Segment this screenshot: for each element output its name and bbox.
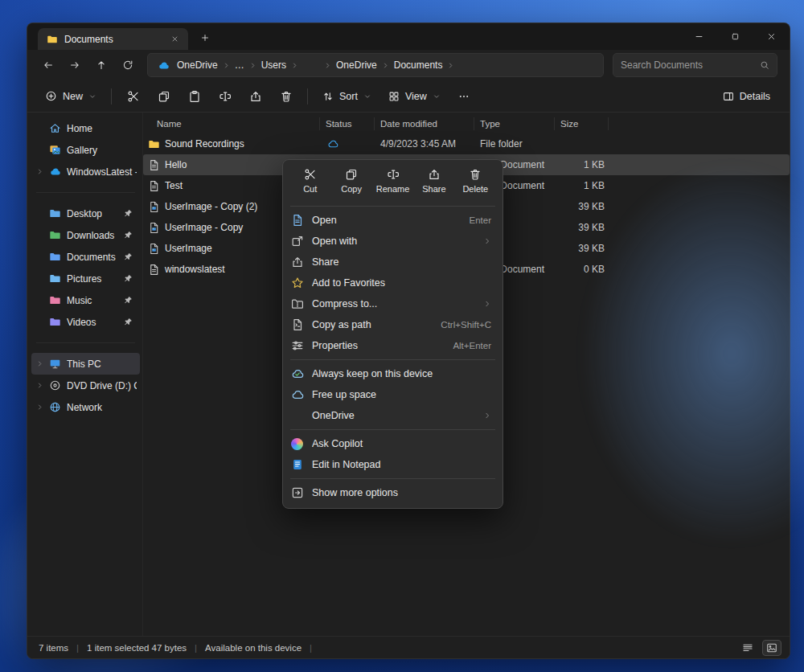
menu-item-open-with[interactable]: Open with [286,231,499,252]
sidebar: Home Gallery WindowsLatest - Pe [27,113,142,636]
column-header-name[interactable]: Name [143,117,320,130]
this-pc-icon [49,358,61,370]
image-file-icon [148,243,160,255]
breadcrumb-item-users[interactable]: Users [257,59,290,71]
view-button[interactable]: View [380,84,449,109]
menu-item-edit-in-notepad[interactable]: Edit in Notepad [286,454,499,475]
column-headers: Name Status Date modified Type Size [143,114,790,133]
chevron-right-icon[interactable] [290,62,299,69]
sidebar-item-pictures[interactable]: Pictures [31,268,140,289]
menu-item-add-to-favorites[interactable]: Add to Favorites [286,272,499,293]
notepad-icon [291,458,304,471]
items-count: 7 items [39,643,68,653]
chevron-right-icon[interactable] [35,360,43,367]
sort-icon [322,91,334,102]
file-row-sound-recordings[interactable]: Sound Recordings 4/9/2023 3:45 AM File f… [143,133,790,154]
menu-item-show-more-options[interactable]: Show more options [286,482,499,503]
sidebar-item-gallery[interactable]: Gallery [31,139,140,161]
share-button[interactable] [240,84,270,109]
sidebar-item-desktop[interactable]: Desktop [31,203,140,224]
menu-item-compress-to[interactable]: Compress to... [286,293,499,314]
onedrive-cloud-icon [158,59,170,72]
chevron-right-icon[interactable] [248,62,257,69]
column-header-date-modified[interactable]: Date modified [375,117,474,130]
sidebar-item-downloads[interactable]: Downloads [31,224,140,246]
chevron-right-icon[interactable] [381,62,390,69]
chevron-right-icon[interactable] [35,404,43,411]
menu-item-open[interactable]: Open Enter [286,210,499,231]
column-header-status[interactable]: Status [320,117,375,130]
sidebar-item-home[interactable]: Home [31,117,140,139]
disc-icon [49,379,61,391]
documents-folder-icon [49,251,61,263]
chevron-right-icon[interactable] [35,382,43,389]
context-rename-button[interactable]: Rename [372,166,413,203]
menu-item-share[interactable]: Share [286,252,499,272]
delete-button[interactable] [271,84,301,109]
menu-item-free-up-space[interactable]: Free up space [286,384,499,405]
column-header-type[interactable]: Type [474,117,555,130]
copy-button[interactable] [149,84,178,109]
context-copy-button[interactable]: Copy [330,166,371,203]
sidebar-item-music[interactable]: Music [31,289,140,311]
more-options-button[interactable] [449,84,479,109]
cut-button[interactable] [118,84,148,109]
sidebar-item-documents[interactable]: Documents [31,246,140,268]
sidebar-divider [36,342,135,343]
breadcrumb-item-documents[interactable]: Documents [390,59,447,71]
context-delete-button[interactable]: Delete [455,166,496,203]
menu-divider [290,429,495,430]
cut-icon [304,168,317,181]
rename-icon [387,168,400,181]
menu-item-ask-copilot[interactable]: Ask Copilot [286,433,499,454]
column-header-size[interactable]: Size [555,117,609,130]
new-button[interactable]: New [37,84,105,109]
minimize-button[interactable] [681,23,717,50]
chevron-right-icon[interactable] [222,62,231,69]
new-button-label: New [63,91,83,102]
breadcrumb-ellipsis[interactable]: … [231,59,248,71]
chevron-right-icon[interactable] [35,168,43,175]
status-list-view-button[interactable] [738,640,757,656]
tab-close-icon[interactable] [167,32,182,47]
arrow-up-icon [96,59,107,71]
status-thumbnail-view-button[interactable] [762,640,781,656]
paste-button[interactable] [179,84,209,109]
sidebar-item-windowslatest-onedrive[interactable]: WindowsLatest - Pe [31,161,140,182]
up-button[interactable] [89,54,113,76]
maximize-button[interactable] [717,23,753,50]
menu-item-onedrive[interactable]: OneDrive [286,405,499,426]
context-cut-button[interactable]: Cut [289,166,330,203]
chevron-right-icon[interactable] [323,62,332,69]
details-button[interactable]: Details [715,84,778,109]
close-button[interactable] [753,23,790,50]
context-share-button[interactable]: Share [413,166,454,203]
chevron-right-icon[interactable] [446,62,455,69]
copilot-icon [291,438,303,450]
sidebar-item-this-pc[interactable]: This PC [31,353,140,375]
sidebar-item-network[interactable]: Network [31,396,140,418]
new-tab-button[interactable] [195,27,215,48]
back-button[interactable] [36,54,60,76]
menu-item-properties[interactable]: Properties Alt+Enter [286,335,499,356]
tab-documents[interactable]: Documents [38,28,188,50]
breadcrumb-item-onedrive-2[interactable]: OneDrive [332,59,381,71]
minimize-icon [695,32,704,41]
refresh-button[interactable] [116,54,140,76]
toolbar-divider [307,88,308,104]
forward-button[interactable] [63,54,87,76]
search-box[interactable] [613,53,777,77]
rename-button[interactable] [210,84,240,109]
videos-folder-icon [49,316,61,328]
pin-icon [124,296,133,305]
search-input[interactable] [621,59,760,71]
network-globe-icon [49,401,61,413]
menu-item-copy-as-path[interactable]: Copy as path Ctrl+Shift+C [286,314,499,335]
sidebar-item-videos[interactable]: Videos [31,311,140,333]
breadcrumb-item-onedrive[interactable]: OneDrive [173,59,222,71]
sidebar-item-dvd-drive[interactable]: DVD Drive (D:) CCC [31,375,140,396]
window-controls [681,23,790,50]
chevron-down-icon [88,92,96,100]
menu-item-always-keep-on-this-device[interactable]: Always keep on this device [286,363,499,384]
sort-button[interactable]: Sort [314,84,379,109]
